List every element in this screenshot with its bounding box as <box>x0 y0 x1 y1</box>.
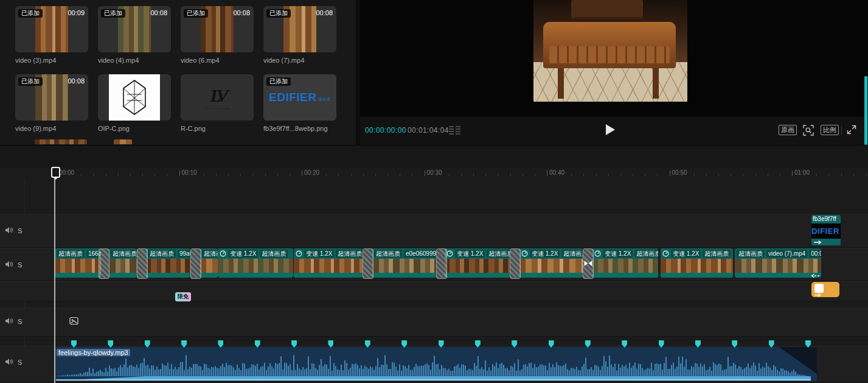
ruler-tick <box>449 174 450 176</box>
solo-track-button[interactable]: S <box>18 261 22 269</box>
media-item[interactable]: OIP-C.png <box>98 74 171 132</box>
video-clip[interactable]: 变速 1.2X超清画质 <box>592 248 658 278</box>
clip-footer <box>735 273 821 278</box>
ruler-tick <box>216 174 217 176</box>
ruler-tick <box>559 174 560 176</box>
ratio-button[interactable]: 比例 <box>821 125 839 135</box>
ruler-tick <box>498 174 498 176</box>
duration-label: 00:08 <box>316 9 333 16</box>
audio-filename: feelings-by-qlowdy.mp3 <box>57 349 130 356</box>
ruler-tick <box>571 174 572 176</box>
mute-track-icon[interactable] <box>5 259 13 270</box>
media-item[interactable]: EDIFIER漫步者已添加fb3e9f7ff...8webp.png <box>263 74 336 132</box>
video-clip[interactable]: 超清画质video (7).mp400:0 <box>735 248 821 278</box>
mute-track-icon[interactable] <box>5 225 13 236</box>
speed-badge: 变速 1.2X <box>304 250 334 258</box>
ruler-tick <box>400 174 400 176</box>
quality-badge: 超清画质 <box>561 250 583 258</box>
audio-clip[interactable]: feelings-by-qlowdy.mp3 <box>55 347 817 381</box>
media-thumbnail: 已添加00:08 <box>263 6 336 52</box>
clip-duration-badge: 00:0 <box>809 250 821 258</box>
ruler-tick <box>485 174 486 176</box>
table-leg <box>653 66 659 99</box>
media-item[interactable]: 已添加00:08video (9).mp4 <box>15 74 88 132</box>
media-item[interactable]: 已添加00:08video (4).mp4 <box>98 6 171 64</box>
video-clip[interactable]: 变速 1.2X超清画质 <box>294 248 363 278</box>
solo-track-button[interactable]: S <box>18 318 22 325</box>
vertical-scrollbar[interactable] <box>864 76 867 145</box>
transition-marker[interactable] <box>190 248 201 279</box>
video-clip[interactable]: 超清画质e0e0609997 <box>372 248 436 278</box>
transition-marker[interactable] <box>99 248 109 279</box>
media-thumbnail <box>98 74 171 121</box>
transition-marker[interactable] <box>510 248 521 279</box>
original-quality-button[interactable]: 原画 <box>779 125 797 135</box>
mute-track-icon[interactable] <box>5 316 13 327</box>
zoom-preview-icon[interactable] <box>802 124 814 136</box>
video-clip[interactable]: 超清画质166d4 <box>55 248 101 278</box>
play-button[interactable] <box>606 124 615 135</box>
video-editor-app: 已添加00:09video (3).mp4已添加00:08video (4).m… <box>0 0 868 383</box>
video-clip[interactable]: 超清画质99a6 <box>146 248 190 278</box>
media-item[interactable]: 已添加00:08video (6.mp4 <box>181 6 254 64</box>
quality-badge: 超清画质 <box>336 250 363 258</box>
mute-track-icon[interactable] <box>5 357 13 368</box>
lv-logo-text: LV <box>210 85 224 106</box>
preview-controls: 00:00:00:00 00:01:04:04 原画 比例 <box>360 117 868 145</box>
transition-marker[interactable] <box>583 248 594 279</box>
ruler-tick <box>780 174 780 176</box>
cover-frame-icon[interactable] <box>69 317 78 325</box>
ruler-tick <box>706 174 707 176</box>
ruler-tick <box>375 174 376 176</box>
quality-badge: 超清画质 <box>634 250 658 258</box>
speed-gauge-icon <box>521 250 528 257</box>
video-clip[interactable]: 变速 1.2X超清画质 <box>218 248 293 278</box>
ruler-tick <box>853 174 854 176</box>
edifier-logo-text: EDIFIER <box>269 91 316 104</box>
clip-filename-badge: e0e0609997 <box>404 250 436 258</box>
ruler-tick <box>633 174 633 176</box>
speed-badge: 变速 1.2X <box>603 250 633 258</box>
ruler-label: 00:20 <box>304 169 319 176</box>
ruler-tick <box>755 174 756 176</box>
limited-free-badge: 限免 <box>175 292 191 301</box>
transition-marker[interactable] <box>137 248 148 279</box>
clip-thumbnails <box>735 259 821 273</box>
media-item[interactable]: LVLOUIS VUITTONR-C.png <box>181 74 254 132</box>
transition-marker[interactable] <box>436 248 447 279</box>
playhead-handle[interactable] <box>51 167 60 178</box>
video-clip[interactable]: 超清画质 <box>200 248 218 278</box>
ruler-tick <box>583 174 584 176</box>
ruler-tick <box>228 174 229 176</box>
clip-footer <box>294 273 363 278</box>
media-filename: OIP-C.png <box>98 125 171 132</box>
ruler-tick <box>523 174 523 176</box>
solo-track-button[interactable]: S <box>18 227 22 234</box>
media-item[interactable]: 已添加00:09video (3).mp4 <box>15 6 88 64</box>
preview-video-frame <box>533 0 687 102</box>
fullscreen-icon[interactable] <box>846 124 857 135</box>
solo-track-button[interactable]: S <box>18 359 22 366</box>
video-clip[interactable]: 超清画质 <box>109 248 137 278</box>
speed-gauge-icon <box>220 250 226 257</box>
ruler-tick <box>694 174 695 176</box>
speed-badge: 变速 1.2X <box>228 250 258 258</box>
ruler-tick <box>718 174 719 176</box>
added-badge: 已添加 <box>184 9 208 18</box>
clip-filename-badge: video (7).mp4 <box>766 250 807 258</box>
clip-label-bar: 超清画质 <box>109 248 137 259</box>
video-clip[interactable]: 变速 1.2X超清画质 <box>519 248 583 278</box>
media-filename: video (3).mp4 <box>15 57 88 64</box>
track-header: S <box>5 357 23 367</box>
quality-badge: 超清画质 <box>148 250 176 258</box>
video-clip[interactable]: 变速 1.2X超清画质 <box>661 248 733 278</box>
track-header: S <box>5 260 23 270</box>
overlay-image-clip[interactable]: fb3e9f7ff EDIFIER <box>811 215 841 245</box>
ruler-tick <box>510 174 511 176</box>
sticker-thumbnail <box>814 284 824 293</box>
transition-marker[interactable] <box>363 248 373 279</box>
media-item[interactable]: 已添加00:08video (7).mp4 <box>263 6 336 64</box>
frames-icon[interactable] <box>449 126 462 135</box>
video-clip[interactable]: 变速 1.2X超清画质 <box>445 248 510 278</box>
sticker-clip[interactable] <box>811 282 839 297</box>
